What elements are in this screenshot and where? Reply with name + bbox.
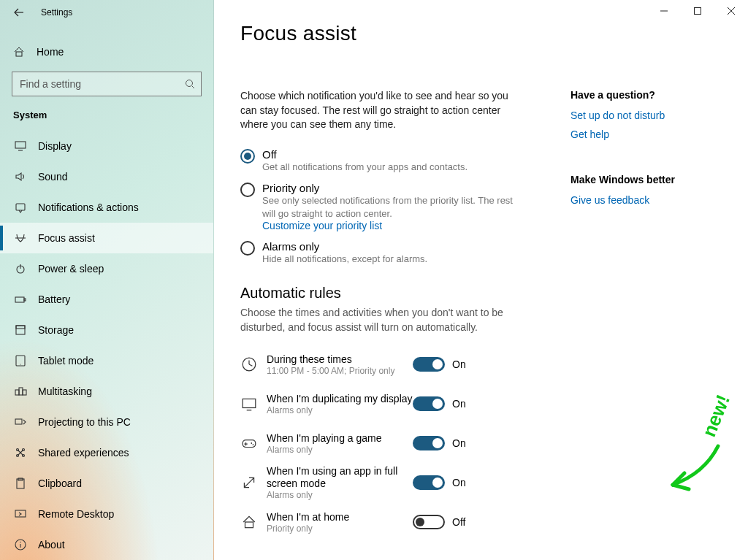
content-area: Focus assist Choose which notification y… <box>214 0 748 560</box>
svg-rect-23 <box>23 390 26 395</box>
side-link-dnd[interactable]: Set up do not disturb <box>570 110 675 121</box>
sidebar-item-storage[interactable]: Storage <box>0 315 213 345</box>
rule-title: During these times <box>267 353 413 366</box>
rule-toggle[interactable] <box>413 357 445 372</box>
fullscreen-icon <box>240 475 258 491</box>
rule-sub: 11:00 PM - 5:00 AM; Priority only <box>267 366 413 376</box>
sidebar-item-display[interactable]: Display <box>0 131 213 161</box>
svg-rect-11 <box>16 204 25 210</box>
toggle-label: On <box>452 358 466 370</box>
home-icon <box>240 514 258 530</box>
sidebar-item-label: Power & sleep <box>38 263 104 275</box>
toggle-label: On <box>452 398 466 410</box>
sidebar-item-label: Projecting to this PC <box>38 416 131 428</box>
sidebar-item-sound[interactable]: Sound <box>0 161 213 192</box>
rule-1[interactable]: When I'm duplicating my displayAlarms on… <box>240 384 541 423</box>
rule-toggle[interactable] <box>413 396 445 411</box>
sidebar-item-projecting-to-this-pc[interactable]: Projecting to this PC <box>0 407 213 437</box>
sidebar-item-shared-experiences[interactable]: Shared experiences <box>0 437 213 468</box>
radio-label: Priority only <box>262 182 525 194</box>
gamepad-icon <box>240 435 258 451</box>
focus-option-priority-only[interactable]: Priority onlySee only selected notificat… <box>240 182 541 231</box>
rule-3[interactable]: When I'm using an app in full screen mod… <box>240 463 541 502</box>
radio-indicator[interactable] <box>240 149 255 164</box>
battery-icon <box>13 293 28 306</box>
focus-option-off[interactable]: OffGet all notifications from your apps … <box>240 148 541 174</box>
projecting-icon <box>13 415 28 429</box>
back-button[interactable] <box>10 7 28 18</box>
search-box[interactable] <box>12 72 202 96</box>
svg-rect-15 <box>15 297 24 302</box>
radio-indicator[interactable] <box>240 241 255 256</box>
focus-assist-icon <box>13 231 28 245</box>
sidebar-item-remote-desktop[interactable]: Remote Desktop <box>0 499 213 529</box>
sidebar-item-tablet-mode[interactable]: Tablet mode <box>0 345 213 376</box>
focus-option-alarms-only[interactable]: Alarms onlyHide all notifications, excep… <box>240 240 541 266</box>
svg-point-36 <box>20 542 20 542</box>
sound-icon <box>13 170 28 183</box>
side-link-feedback[interactable]: Give us feedback <box>570 194 675 206</box>
svg-point-20 <box>20 364 20 364</box>
search-input[interactable] <box>12 72 175 96</box>
make-better-heading: Make Windows better <box>570 174 675 185</box>
remote-icon <box>13 507 28 521</box>
clipboard-icon <box>13 477 28 490</box>
radio-indicator[interactable] <box>240 183 255 197</box>
rule-title: When I'm at home <box>267 511 413 523</box>
sidebar-item-multitasking[interactable]: Multitasking <box>0 376 213 407</box>
multitasking-icon <box>13 385 28 398</box>
sidebar-item-battery[interactable]: Battery <box>0 284 213 315</box>
rule-toggle[interactable] <box>413 475 445 490</box>
sidebar-item-label: Notifications & actions <box>38 202 139 213</box>
sidebar-item-notifications-actions[interactable]: Notifications & actions <box>0 192 213 223</box>
svg-point-45 <box>251 442 252 444</box>
svg-rect-17 <box>16 326 25 334</box>
svg-line-7 <box>192 86 194 88</box>
radio-sub: Hide all notifications, except for alarm… <box>262 253 427 266</box>
sidebar-item-label: Focus assist <box>38 232 95 244</box>
sidebar-item-about[interactable]: About <box>0 529 213 560</box>
sidebar-item-clipboard[interactable]: Clipboard <box>0 468 213 499</box>
toggle-label: On <box>452 477 466 488</box>
rule-title: When I'm using an app in full screen mod… <box>267 465 413 490</box>
sidebar-item-label: Tablet mode <box>38 355 94 367</box>
svg-rect-21 <box>15 390 19 395</box>
side-link-gethelp[interactable]: Get help <box>570 129 675 140</box>
page-title: Focus assist <box>240 22 728 45</box>
rule-sub: Priority only <box>267 523 413 534</box>
rule-toggle[interactable] <box>413 515 445 529</box>
rule-sub: Alarms only <box>267 405 413 415</box>
clock-icon <box>240 356 258 372</box>
rule-sub: Alarms only <box>267 445 413 455</box>
svg-line-47 <box>244 478 253 488</box>
display-icon <box>13 139 28 153</box>
svg-rect-16 <box>24 299 26 301</box>
power-icon <box>13 262 28 275</box>
sidebar-item-label: Storage <box>38 324 74 336</box>
svg-line-39 <box>249 364 252 366</box>
section-label: System <box>0 105 213 131</box>
storage-icon <box>13 323 28 337</box>
customize-priority-link[interactable]: Customize your priority list <box>262 220 525 231</box>
rule-toggle[interactable] <box>413 436 445 450</box>
sidebar-item-power-sleep[interactable]: Power & sleep <box>0 253 213 284</box>
rule-2[interactable]: When I'm playing a gameAlarms onlyOn <box>240 423 541 463</box>
svg-rect-40 <box>243 399 256 408</box>
radio-label: Off <box>262 148 468 161</box>
nav-home[interactable]: Home <box>0 38 213 66</box>
home-icon <box>13 46 28 58</box>
rule-0[interactable]: During these times11:00 PM - 5:00 AM; Pr… <box>240 345 541 384</box>
rule-4[interactable]: When I'm at homePriority onlyOff <box>240 502 541 542</box>
radio-sub: See only selected notifications from the… <box>262 194 525 220</box>
svg-point-46 <box>253 444 254 445</box>
svg-rect-18 <box>16 326 25 329</box>
svg-rect-48 <box>245 522 253 528</box>
rule-sub: Alarms only <box>267 490 413 500</box>
about-icon <box>13 538 28 551</box>
sidebar-item-label: Remote Desktop <box>38 508 114 520</box>
sidebar-item-focus-assist[interactable]: Focus assist <box>0 223 213 253</box>
svg-rect-24 <box>15 419 22 424</box>
svg-point-6 <box>186 80 193 87</box>
rule-title: When I'm playing a game <box>267 432 413 445</box>
tablet-icon <box>13 354 28 367</box>
